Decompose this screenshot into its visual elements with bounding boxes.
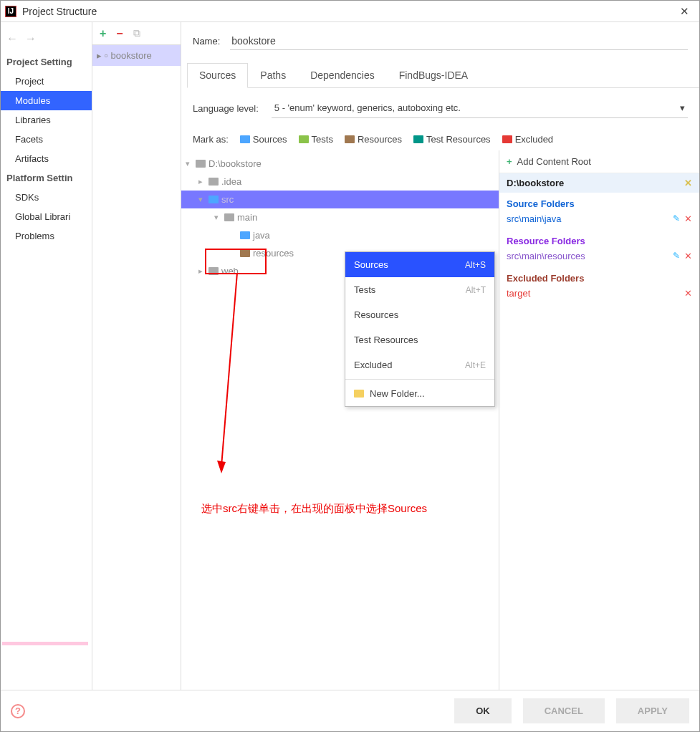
add-content-root[interactable]: + Add Content Root [499, 150, 699, 173]
mark-tests[interactable]: Tests [299, 134, 333, 145]
tab-findbugs-idea[interactable]: FindBugs-IDEA [387, 63, 480, 87]
rp-section: Source Folders [499, 193, 699, 211]
folder-icon [196, 160, 206, 168]
tree-column: ▾D:\bookstore▸.idea▾src▾mainjavaresource… [181, 150, 499, 690]
context-menu: SourcesAlt+STestsAlt+TResourcesTest Reso… [345, 251, 495, 407]
language-row: Language level: 5 - 'enum' keyword, gene… [181, 88, 699, 128]
delete-icon[interactable]: ✕ [684, 251, 692, 261]
help-icon[interactable]: ? [11, 704, 25, 718]
language-label: Language level: [193, 103, 259, 114]
content-root-header[interactable]: D:\bookstore ✕ [499, 173, 699, 193]
rp-item[interactable]: target✕ [499, 285, 699, 304]
sidebar-item-problems[interactable]: Problems [1, 226, 92, 246]
tabs: SourcesPathsDependenciesFindBugs-IDEA [187, 63, 699, 88]
nav-arrows: ← → [1, 29, 92, 52]
ok-button[interactable]: OK [454, 698, 512, 723]
sidebar: ← → Project SettingProjectModulesLibrari… [1, 22, 92, 690]
mark-test-resources[interactable]: Test Resources [413, 134, 491, 145]
back-icon[interactable]: ← [6, 32, 18, 45]
mark-label: Mark as: [193, 134, 229, 145]
mark-excluded[interactable]: Excluded [502, 134, 553, 145]
sidebar-header: Platform Settin [1, 168, 92, 188]
ctx-new-folder[interactable]: New Folder... [345, 381, 494, 406]
rp-item[interactable]: src\main\resources✎✕ [499, 248, 699, 267]
sidebar-item-sdks[interactable]: SDKs [1, 188, 92, 207]
mark-sources[interactable]: Sources [240, 134, 287, 145]
tab-dependencies[interactable]: Dependencies [298, 63, 387, 87]
ctx-test-resources[interactable]: Test Resources [345, 327, 494, 352]
expand-icon[interactable]: ▾ [186, 159, 193, 168]
folder-icon [240, 135, 250, 143]
tab-sources[interactable]: Sources [187, 63, 248, 88]
module-item[interactable]: ▸ ▫ bookstore [92, 45, 181, 66]
tree-row[interactable]: java [181, 226, 499, 244]
delete-icon[interactable]: ✕ [684, 288, 692, 299]
folder-icon [345, 135, 355, 143]
sidebar-header: Project Setting [1, 52, 92, 72]
ctx-tests[interactable]: TestsAlt+T [345, 277, 494, 302]
chevron-right-icon: ▸ [97, 50, 102, 61]
copy-module-icon[interactable]: ⧉ [133, 27, 140, 39]
folder-icon [208, 267, 219, 275]
module-toolbar: + − ⧉ [92, 22, 181, 45]
cancel-button[interactable]: CANCEL [523, 698, 605, 723]
sidebar-item-facets[interactable]: Facets [1, 130, 92, 149]
name-field[interactable]: bookstore [230, 32, 688, 50]
language-value: 5 - 'enum' keyword, generics, autoboxing… [274, 102, 461, 113]
main-row: ← → Project SettingProjectModulesLibrari… [1, 22, 699, 690]
chevron-down-icon: ▾ [680, 102, 685, 113]
sidebar-item-modules[interactable]: Modules [1, 91, 92, 110]
expand-icon[interactable]: ▸ [198, 177, 206, 186]
sidebar-item-global-librari[interactable]: Global Librari [1, 207, 92, 226]
plus-icon: + [507, 156, 512, 167]
folder-icon [208, 196, 219, 203]
tab-paths[interactable]: Paths [248, 63, 298, 87]
expand-icon[interactable]: ▾ [198, 195, 206, 204]
rp-item[interactable]: src\main\java✎✕ [499, 211, 699, 230]
delete-root-icon[interactable]: ✕ [684, 178, 692, 188]
rp-section: Excluded Folders [499, 267, 699, 285]
sources-area: ▾D:\bookstore▸.idea▾src▾mainjavaresource… [181, 150, 699, 690]
module-name: bookstore [111, 50, 152, 61]
folder-icon [413, 135, 423, 143]
folder-icon [240, 231, 250, 239]
edit-icon[interactable]: ✎ [673, 213, 680, 224]
rp-section: Resource Folders [499, 230, 699, 248]
name-label: Name: [193, 36, 220, 47]
ctx-resources[interactable]: Resources [345, 302, 494, 327]
sidebar-item-artifacts[interactable]: Artifacts [1, 149, 92, 168]
tree-row[interactable]: ▾main [181, 208, 499, 226]
annotation-text: 选中src右键单击，在出现的面板中选择Sources [201, 502, 427, 516]
add-module-icon[interactable]: + [100, 27, 106, 40]
module-icon: ▫ [105, 50, 108, 61]
tree-row[interactable]: ▾src [181, 191, 499, 208]
edit-icon[interactable]: ✎ [673, 251, 680, 261]
module-column: + − ⧉ ▸ ▫ bookstore [92, 22, 181, 690]
footer: ? OK CANCEL APPLY [1, 690, 699, 731]
apply-button[interactable]: APPLY [616, 698, 689, 723]
expand-icon[interactable]: ▸ [198, 266, 206, 276]
folder-icon [208, 178, 219, 186]
forward-icon[interactable]: → [25, 32, 37, 45]
remove-module-icon[interactable]: − [116, 27, 123, 40]
name-row: Name: bookstore [181, 22, 699, 50]
tree-row[interactable]: ▸.idea [181, 173, 499, 191]
close-icon[interactable]: ✕ [674, 5, 695, 18]
right-pane: + Add Content Root D:\bookstore ✕ Source… [499, 150, 699, 690]
folder-icon [240, 249, 250, 257]
sidebar-item-libraries[interactable]: Libraries [1, 110, 92, 130]
delete-icon[interactable]: ✕ [684, 213, 692, 224]
mark-resources[interactable]: Resources [345, 134, 402, 145]
sidebar-item-project[interactable]: Project [1, 72, 92, 91]
folder-icon [299, 135, 309, 143]
language-select[interactable]: 5 - 'enum' keyword, generics, autoboxing… [272, 98, 688, 118]
mark-as-row: Mark as: SourcesTestsResourcesTest Resou… [181, 128, 699, 150]
tree-row[interactable]: ▾D:\bookstore [181, 155, 499, 173]
folder-icon [224, 213, 234, 221]
window-title: Project Structure [22, 6, 674, 17]
expand-icon[interactable]: ▾ [214, 213, 221, 222]
ctx-excluded[interactable]: ExcludedAlt+E [345, 352, 494, 377]
scroll-indicator [2, 642, 88, 645]
ctx-sources[interactable]: SourcesAlt+S [345, 252, 494, 277]
titlebar: IJ Project Structure ✕ [1, 1, 699, 22]
